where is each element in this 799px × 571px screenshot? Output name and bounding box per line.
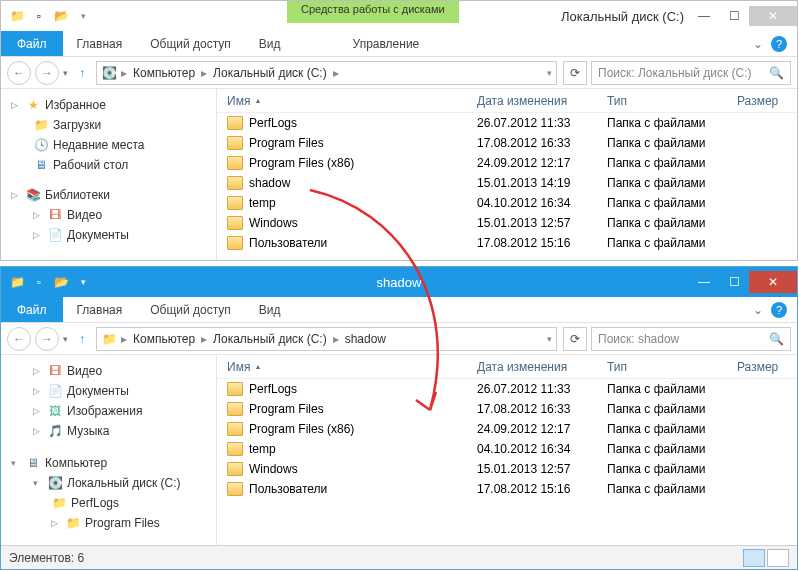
breadcrumb-seg[interactable]: Компьютер [131,66,197,80]
address-dropdown-icon[interactable]: ▾ [547,334,552,344]
folder-icon [227,156,243,170]
up-button[interactable]: ↑ [72,329,92,349]
refresh-button[interactable]: ⟳ [563,61,587,85]
file-row[interactable]: PerfLogs26.07.2012 11:33Папка с файлами [217,379,797,399]
minimize-button[interactable]: — [689,271,719,293]
tab-view[interactable]: Вид [245,297,295,322]
address-bar[interactable]: 📁 ▸ Компьютер ▸ Локальный диск (C:) ▸ sh… [96,327,557,351]
tab-view[interactable]: Вид [245,31,295,56]
address-dropdown-icon[interactable]: ▾ [547,68,552,78]
tree-music[interactable]: ▷🎵Музыка [1,421,216,441]
drive-icon: 💽 [47,475,63,491]
view-details-button[interactable] [743,549,765,567]
breadcrumb-seg[interactable]: Локальный диск (C:) [211,332,329,346]
ribbon-context-tab[interactable]: Средства работы с дисками [287,1,459,23]
tree-videos[interactable]: ▷🎞Видео [1,361,216,381]
minimize-button[interactable]: — [689,6,719,26]
tree-documents[interactable]: ▷📄Документы [1,225,216,245]
col-size[interactable]: Размер [737,360,797,374]
file-row[interactable]: Program Files (x86)24.09.2012 12:17Папка… [217,419,797,439]
maximize-button[interactable]: ☐ [719,6,749,26]
file-row[interactable]: Program Files17.08.2012 16:33Папка с фай… [217,399,797,419]
column-headers[interactable]: Имя▴ Дата изменения Тип Размер [217,355,797,379]
tree-localdisk[interactable]: ▾💽Локальный диск (C:) [1,473,216,493]
help-icon[interactable]: ? [771,302,787,318]
tree-libraries[interactable]: ▷📚Библиотеки [1,185,216,205]
tab-file[interactable]: Файл [1,31,63,56]
file-row[interactable]: PerfLogs26.07.2012 11:33Папка с файлами [217,113,797,133]
search-input[interactable]: Поиск: Локальный диск (C:) 🔍 [591,61,791,85]
nav-tree[interactable]: ▷★Избранное 📁Загрузки 🕓Недавние места 🖥Р… [1,89,217,260]
address-bar[interactable]: 💽 ▸ Компьютер ▸ Локальный диск (C:) ▸ ▾ [96,61,557,85]
qat-dropdown-icon[interactable]: ▾ [75,274,91,290]
col-size[interactable]: Размер [737,94,797,108]
forward-button[interactable]: → [35,61,59,85]
tree-desktop[interactable]: 🖥Рабочий стол [1,155,216,175]
file-row[interactable]: Program Files17.08.2012 16:33Папка с фай… [217,133,797,153]
col-type[interactable]: Тип [607,360,737,374]
up-button[interactable]: ↑ [72,63,92,83]
file-type: Папка с файлами [607,156,737,170]
titlebar[interactable]: 📁 ▫ 📂 ▾ Средства работы с дисками Локаль… [1,1,797,31]
close-button[interactable]: ✕ [749,6,797,26]
col-type[interactable]: Тип [607,94,737,108]
tab-home[interactable]: Главная [63,297,137,322]
tree-recent[interactable]: 🕓Недавние места [1,135,216,155]
tree-favorites[interactable]: ▷★Избранное [1,95,216,115]
col-date[interactable]: Дата изменения [477,94,607,108]
breadcrumb-seg[interactable]: Компьютер [131,332,197,346]
tree-perflogs[interactable]: 📁PerfLogs [1,493,216,513]
tree-label: Музыка [67,424,109,438]
tree-downloads[interactable]: 📁Загрузки [1,115,216,135]
file-row[interactable]: temp04.10.2012 16:34Папка с файлами [217,439,797,459]
col-date[interactable]: Дата изменения [477,360,607,374]
col-name[interactable]: Имя [227,94,250,108]
refresh-button[interactable]: ⟳ [563,327,587,351]
ribbon-expand-icon[interactable]: ⌄ [753,303,763,317]
breadcrumb-seg[interactable]: shadow [343,332,388,346]
forward-button[interactable]: → [35,327,59,351]
tab-home[interactable]: Главная [63,31,137,56]
col-name[interactable]: Имя [227,360,250,374]
file-row[interactable]: shadow15.01.2013 14:19Папка с файлами [217,173,797,193]
search-input[interactable]: Поиск: shadow 🔍 [591,327,791,351]
breadcrumb-sep: ▸ [201,66,207,80]
file-row[interactable]: Пользователи17.08.2012 15:16Папка с файл… [217,479,797,499]
file-row[interactable]: Windows15.01.2013 12:57Папка с файлами [217,459,797,479]
column-headers[interactable]: Имя▴ Дата изменения Тип Размер [217,89,797,113]
maximize-button[interactable]: ☐ [719,271,749,293]
file-row[interactable]: Program Files (x86)24.09.2012 12:17Папка… [217,153,797,173]
back-button[interactable]: ← [7,327,31,351]
app-icon: 📁 [9,274,25,290]
file-row[interactable]: temp04.10.2012 16:34Папка с файлами [217,193,797,213]
qat-newfolder-icon[interactable]: 📂 [53,274,69,290]
titlebar[interactable]: 📁 ▫ 📂 ▾ shadow — ☐ ✕ [1,267,797,297]
history-dropdown-icon[interactable]: ▾ [63,68,68,78]
search-icon: 🔍 [769,66,784,80]
tree-documents[interactable]: ▷📄Документы [1,381,216,401]
qat-dropdown-icon[interactable]: ▾ [75,8,91,24]
qat-newfolder-icon[interactable]: 📂 [53,8,69,24]
qat-properties-icon[interactable]: ▫ [31,274,47,290]
nav-tree[interactable]: ▷🎞Видео ▷📄Документы ▷🖼Изображения ▷🎵Музы… [1,355,217,545]
tab-manage[interactable]: Управление [339,31,434,56]
file-row[interactable]: Windows15.01.2013 12:57Папка с файлами [217,213,797,233]
tab-file[interactable]: Файл [1,297,63,322]
history-dropdown-icon[interactable]: ▾ [63,334,68,344]
file-name: shadow [249,176,290,190]
tree-pictures[interactable]: ▷🖼Изображения [1,401,216,421]
tree-computer[interactable]: ▾🖥Компьютер [1,453,216,473]
breadcrumb-seg[interactable]: Локальный диск (C:) [211,66,329,80]
view-icons-button[interactable] [767,549,789,567]
tab-share[interactable]: Общий доступ [136,31,245,56]
ribbon-expand-icon[interactable]: ⌄ [753,37,763,51]
back-button[interactable]: ← [7,61,31,85]
tab-share[interactable]: Общий доступ [136,297,245,322]
tree-videos[interactable]: ▷🎞Видео [1,205,216,225]
close-button[interactable]: ✕ [749,271,797,293]
file-row[interactable]: Пользователи17.08.2012 15:16Папка с файл… [217,233,797,253]
qat-properties-icon[interactable]: ▫ [31,8,47,24]
tree-label: Видео [67,364,102,378]
tree-programfiles[interactable]: ▷📁Program Files [1,513,216,533]
help-icon[interactable]: ? [771,36,787,52]
